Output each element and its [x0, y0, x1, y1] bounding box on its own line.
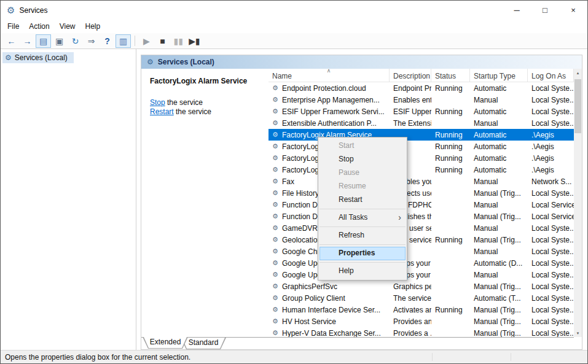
description-cell: ESIF Upper ...: [390, 106, 431, 117]
logon-cell: Local Syste...: [528, 281, 574, 292]
scroll-thumb[interactable]: [574, 79, 581, 133]
scroll-up-icon[interactable]: ▲: [574, 69, 582, 77]
startup-type-cell: Automatic: [470, 164, 528, 176]
context-menu-start[interactable]: Start: [318, 139, 407, 153]
service-name: HV Host Service: [282, 317, 336, 326]
service-row[interactable]: ⚙Hyper-V Data Exchange Ser...Provides a …: [269, 327, 574, 337]
context-menu-refresh[interactable]: Refresh: [318, 229, 407, 242]
start-service-button[interactable]: ▶: [139, 34, 154, 48]
refresh-button[interactable]: ↻: [68, 34, 83, 48]
service-row[interactable]: ⚙ESIF Upper Framework Servi...ESIF Upper…: [269, 106, 574, 117]
service-name: Human Interface Device Ser...: [282, 306, 380, 314]
service-row[interactable]: ⚙Group Policy ClientThe service ...Autom…: [269, 292, 574, 304]
name-cell: ⚙Extensible Authentication P...: [269, 117, 390, 129]
pause-service-button[interactable]: ▮▮: [171, 34, 186, 48]
service-row[interactable]: ⚙Endpoint Protection.cloudEndpoint Pr...…: [269, 82, 574, 94]
context-menu-properties[interactable]: Properties: [319, 247, 406, 260]
service-row[interactable]: ⚙Geolocation ServiceThis service ...Runn…: [269, 234, 574, 246]
panel-title: Services (Local): [158, 58, 214, 66]
help-button[interactable]: ?: [100, 34, 115, 48]
service-row[interactable]: ⚙Extensible Authentication P...The Exten…: [269, 117, 574, 129]
scroll-down-icon[interactable]: ▼: [574, 329, 582, 337]
menu-help[interactable]: Help: [80, 21, 106, 33]
stop-service-button[interactable]: ■: [155, 34, 170, 48]
services-window: ⚙ Services ─ □ × FileActionViewHelp ←→▤▣…: [0, 0, 588, 364]
context-menu-label: Start: [339, 141, 354, 150]
help-icon: ?: [104, 37, 110, 45]
status-bar: Opens the properties dialog box for the …: [1, 350, 587, 363]
column-header-description[interactable]: Description: [390, 69, 431, 82]
context-menu-resume[interactable]: Resume: [318, 180, 407, 193]
column-header-startup-type[interactable]: Startup Type: [470, 69, 528, 82]
context-menu-stop[interactable]: Stop: [318, 153, 407, 166]
service-actions: Stop the serviceRestart the service: [150, 98, 269, 117]
forward-icon: →: [23, 37, 32, 45]
service-row[interactable]: ⚙HV Host ServiceProvides an ...Manual (T…: [269, 316, 574, 327]
show-hide-console-tree-button[interactable]: ▤: [36, 34, 51, 48]
service-row[interactable]: ⚙FactoryLogix ...RunningAutomatic.\Aegis: [269, 141, 574, 152]
startup-type-cell: Automatic: [470, 82, 528, 94]
menu-action[interactable]: Action: [24, 21, 54, 33]
restart-service-button[interactable]: ▶▮: [187, 34, 202, 48]
service-row[interactable]: ⚙Human Interface Device Ser...Activates …: [269, 304, 574, 316]
context-menu-label: Refresh: [339, 231, 364, 239]
logon-cell: Local Syste...: [528, 292, 574, 304]
vertical-scrollbar[interactable]: ▲ ▼: [574, 69, 582, 337]
services-rows: ⚙Endpoint Protection.cloudEndpoint Pr...…: [269, 82, 574, 337]
service-gear-icon: ⚙: [271, 166, 280, 174]
back-button[interactable]: ←: [4, 34, 19, 48]
service-row[interactable]: ⚙Google Update Service (gupdatem)Keeps y…: [269, 269, 574, 281]
service-row[interactable]: ⚙File History ServiceProtects use...Manu…: [269, 187, 574, 199]
context-menu-all-tasks[interactable]: All Tasks›: [318, 211, 407, 225]
startup-type-cell: Manual: [470, 117, 528, 129]
service-gear-icon: ⚙: [271, 107, 280, 115]
status-cell: Running: [431, 304, 470, 316]
context-menu-restart[interactable]: Restart: [318, 193, 407, 207]
export-list-button[interactable]: ⇒: [84, 34, 99, 48]
pause-service-icon: ▮▮: [174, 37, 183, 45]
tab-standard[interactable]: Standard: [181, 338, 226, 349]
service-gear-icon: ⚙: [271, 131, 280, 139]
restart-service-link[interactable]: Restart: [150, 107, 174, 116]
service-row[interactable]: ⚙Google Update Service (gupdate)Keeps yo…: [269, 257, 574, 269]
context-menu-label: All Tasks: [339, 213, 367, 222]
column-header-log-on-as[interactable]: Log On As: [528, 69, 574, 82]
show-hide-action-pane-button[interactable]: ▥: [116, 34, 131, 48]
status-cell: Running: [431, 152, 470, 164]
context-menu-help[interactable]: Help: [318, 265, 407, 278]
startup-type-cell: Automatic: [470, 141, 528, 152]
tree-item-services-local[interactable]: ⚙ Services (Local): [2, 52, 74, 63]
service-row[interactable]: ⚙Enterprise App Managemen...Enables ent.…: [269, 94, 574, 106]
description-cell: Endpoint Pr...: [390, 82, 431, 94]
service-row[interactable]: ⚙Function Discovery Provider HostThe FDP…: [269, 199, 574, 211]
service-row-selected[interactable]: ⚙FactoryLogix Alarm ServiceRunningAutoma…: [269, 129, 574, 141]
stop-service-link[interactable]: Stop: [150, 98, 165, 107]
service-row[interactable]: ⚙FactoryLogix ...RunningAutomatic.\Aegis: [269, 152, 574, 164]
status-text: Opens the properties dialog box for the …: [5, 353, 190, 362]
startup-type-cell: Manual: [470, 94, 528, 106]
minimize-button[interactable]: ─: [503, 1, 531, 20]
close-button[interactable]: ×: [559, 1, 587, 20]
detail-pane: FactoryLogix Alarm Service Stop the serv…: [141, 69, 269, 337]
maximize-button[interactable]: □: [531, 1, 559, 20]
status-bar-divider: [511, 353, 511, 361]
status-cell: [431, 117, 470, 129]
service-row[interactable]: ⚙FactoryLogix ...RunningAutomatic.\Aegis: [269, 164, 574, 176]
column-header-status[interactable]: Status: [431, 69, 470, 82]
context-menu-pause[interactable]: Pause: [318, 166, 407, 180]
service-gear-icon: ⚙: [271, 201, 280, 209]
startup-type-cell: Manual: [470, 176, 528, 187]
forward-button[interactable]: →: [20, 34, 35, 48]
name-cell: ⚙HV Host Service: [269, 316, 390, 327]
menu-view[interactable]: View: [55, 21, 80, 33]
service-row[interactable]: ⚙GraphicsPerfSvcGraphics pe...Manual (Tr…: [269, 281, 574, 292]
startup-type-cell: Manual: [470, 199, 528, 211]
service-name: Endpoint Protection.cloud: [282, 84, 366, 93]
startup-type-cell: Automatic: [470, 106, 528, 117]
menu-file[interactable]: File: [2, 21, 24, 33]
service-row[interactable]: ⚙Function Discovery Resource Publication…: [269, 211, 574, 222]
service-row[interactable]: ⚙GameDVR and Broadcast User ServiceThis …: [269, 222, 574, 234]
service-row[interactable]: ⚙Google Chrome Elevation ServiceManualLo…: [269, 246, 574, 257]
properties-button[interactable]: ▣: [52, 34, 67, 48]
service-row[interactable]: ⚙FaxEnables you...ManualNetwork S...: [269, 176, 574, 187]
